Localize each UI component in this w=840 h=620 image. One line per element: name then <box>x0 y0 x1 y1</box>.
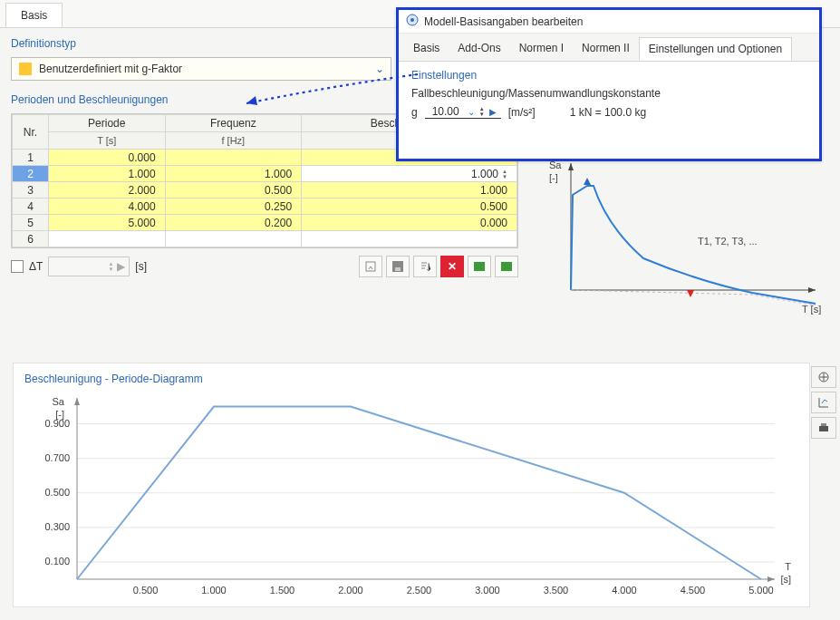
svg-rect-32 <box>821 423 826 426</box>
svg-rect-2 <box>395 267 401 271</box>
axis-options-button[interactable] <box>811 392 836 413</box>
save-button[interactable] <box>386 256 410 277</box>
dlg-section-heading: Einstellungen <box>411 69 806 82</box>
chart-title: Beschleunigung - Periode-Diagramm <box>14 363 809 389</box>
color-swatch-icon <box>19 63 32 75</box>
svg-text:Sa: Sa <box>53 396 65 407</box>
svg-text:0.500: 0.500 <box>133 585 159 596</box>
svg-text:4.500: 4.500 <box>681 585 706 596</box>
dlg-g-label: Fallbeschleunigung/Massenumwandlungskons… <box>411 87 806 100</box>
svg-text:5.000: 5.000 <box>748 585 774 596</box>
g-symbol: g <box>411 106 418 119</box>
table-row: 4 4.000 0.250 0.500 <box>13 199 517 215</box>
table-row: 5 5.000 0.200 0.000 <box>13 215 517 231</box>
apply-arrow-icon: ▶ <box>487 107 499 117</box>
th-freq-unit: f [Hz] <box>165 132 301 150</box>
dlg-tab-addons[interactable]: Add-Ons <box>449 37 509 61</box>
dialog-title: Modell-Basisangaben bearbeiten <box>424 15 583 28</box>
delta-t-unit: [s] <box>135 260 147 273</box>
delete-button[interactable]: ✕ <box>440 256 464 277</box>
dlg-tab-normen2[interactable]: Normen II <box>573 37 639 61</box>
svg-text:[-]: [-] <box>55 409 64 420</box>
dialog-tabbar: Basis Add-Ons Normen I Normen II Einstel… <box>399 34 819 62</box>
import-button[interactable] <box>359 256 382 277</box>
chevron-down-icon: ⌄ <box>369 63 391 75</box>
definitionstyp-dropdown[interactable]: Benutzerdefiniert mit g-Faktor ⌄ <box>11 57 391 81</box>
delta-t-label: ΔT <box>29 260 43 273</box>
table-row: 6 <box>13 231 517 247</box>
export-2-button[interactable] <box>495 256 518 277</box>
svg-text:3.500: 3.500 <box>544 585 569 596</box>
print-button[interactable] <box>811 417 836 439</box>
svg-text:1.500: 1.500 <box>270 585 295 596</box>
tab-basis[interactable]: Basis <box>5 3 63 27</box>
spinner-arrows-icon: ▲▼ <box>478 106 487 117</box>
th-freq: Frequenz <box>165 115 301 132</box>
svg-text:2.500: 2.500 <box>407 585 432 596</box>
dropdown-text: Benutzerdefiniert mit g-Faktor <box>39 63 369 75</box>
svg-text:[-]: [-] <box>549 172 558 183</box>
g-conversion: 1 kN = 100.0 kg <box>570 106 646 119</box>
export-1-button[interactable] <box>468 256 491 277</box>
svg-text:0.700: 0.700 <box>44 452 70 463</box>
svg-text:0.500: 0.500 <box>44 487 70 498</box>
th-periode: Periode <box>49 115 166 132</box>
chevron-down-icon: ⌄ <box>465 107 478 117</box>
delta-t-checkbox[interactable] <box>11 260 24 273</box>
g-unit: [m/s²] <box>508 106 536 119</box>
svg-text:T [s]: T [s] <box>802 304 821 315</box>
th-nr: Nr. <box>13 115 49 150</box>
chart-panel: Beschleunigung - Periode-Diagramm 0.1000… <box>13 363 810 607</box>
svg-text:1.000: 1.000 <box>201 585 227 596</box>
spinner-arrows-icon[interactable]: ▲▼ <box>502 169 507 179</box>
acc-cell-selected[interactable]: 1.000 ▲▼ <box>302 166 517 182</box>
spectrum-schematic: Sa [-] T [s] T1, T2, T3, ... <box>544 154 825 335</box>
svg-rect-4 <box>476 264 483 269</box>
dlg-tab-settings[interactable]: Einstellungen und Optionen <box>639 37 792 61</box>
svg-text:0.300: 0.300 <box>44 521 70 532</box>
acceleration-period-chart: 0.1000.3000.5000.7000.9000.5001.0001.500… <box>14 389 811 606</box>
dlg-tab-basis[interactable]: Basis <box>404 37 449 61</box>
svg-text:T1, T2, T3, ...: T1, T2, T3, ... <box>698 236 758 247</box>
svg-text:2.000: 2.000 <box>338 585 363 596</box>
g-value-input[interactable]: 10.00 ⌄ ▲▼ ▶ <box>425 105 501 119</box>
th-periode-unit: T [s] <box>49 132 166 150</box>
dlg-tab-normen1[interactable]: Normen I <box>510 37 573 61</box>
table-row: 2 1.000 1.000 1.000 ▲▼ <box>13 166 517 182</box>
svg-text:3.000: 3.000 <box>475 585 500 596</box>
svg-text:T: T <box>785 561 791 572</box>
svg-text:[s]: [s] <box>780 574 791 585</box>
delta-t-row: ΔT ▲▼ ▶ [s] ✕ <box>11 256 518 277</box>
table-row: 3 2.000 0.500 1.000 <box>13 182 517 199</box>
svg-point-34 <box>410 18 414 22</box>
delta-t-input[interactable]: ▲▼ ▶ <box>48 257 130 276</box>
svg-text:0.100: 0.100 <box>44 556 70 567</box>
svg-rect-31 <box>819 426 828 431</box>
svg-text:4.000: 4.000 <box>612 585 637 596</box>
sort-button[interactable] <box>413 256 437 277</box>
model-basis-dialog: Modell-Basisangaben bearbeiten Basis Add… <box>396 7 822 161</box>
svg-rect-6 <box>503 264 510 269</box>
zoom-extents-button[interactable] <box>811 366 836 388</box>
app-icon <box>406 14 419 29</box>
